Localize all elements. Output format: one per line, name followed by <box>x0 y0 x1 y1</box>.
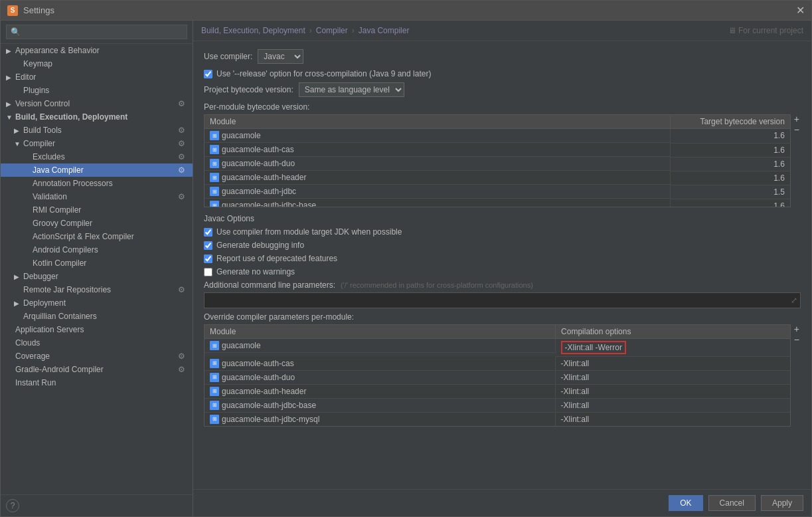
use-compiler-label: Use compiler: <box>204 52 252 61</box>
use-module-target-checkbox[interactable] <box>204 228 212 237</box>
app-icon: S <box>7 5 18 16</box>
use-module-target-row: Use compiler from module target JDK when… <box>204 227 801 237</box>
sidebar-item-compiler[interactable]: ▼ Compiler ⚙ <box>1 137 193 150</box>
gear-icon: ⚙ <box>178 285 187 294</box>
remove-override-button[interactable]: − <box>793 335 801 344</box>
sidebar-item-label: Validation <box>33 192 178 201</box>
module-icon: ⊞ <box>210 387 219 396</box>
table-row: ⊞ guacamole-auth-jdbc-base -Xlint:all <box>204 399 790 413</box>
sidebar-item-label: Coverage <box>15 352 178 361</box>
sidebar-item-build-tools[interactable]: ▶ Build Tools ⚙ <box>1 124 193 137</box>
sidebar-item-editor[interactable]: ▶ Editor <box>1 70 193 84</box>
sidebar-item-app-servers[interactable]: Application Servers <box>1 323 193 336</box>
sidebar-item-label: Java Compiler <box>33 165 178 175</box>
additional-cmd-label: Additional command line parameters: <box>204 280 335 290</box>
module-icon: ⊞ <box>210 415 219 424</box>
compiler-select[interactable]: JavacEclipseAjc <box>258 49 303 64</box>
gear-icon: ⚙ <box>178 352 187 361</box>
sidebar-item-arquillian[interactable]: Arquillian Containers <box>1 310 193 323</box>
sidebar-item-clouds[interactable]: Clouds <box>1 336 193 350</box>
search-input[interactable] <box>6 25 187 39</box>
sidebar-item-label: Application Servers <box>15 325 187 334</box>
table-row: ⊞ guacamole-auth-jdbc-base 1.6 <box>204 199 790 207</box>
sidebar-item-label: Deployment <box>23 298 187 308</box>
add-override-button[interactable]: + <box>793 324 801 334</box>
sidebar-item-version-control[interactable]: ▶ Version Control ⚙ <box>1 97 193 110</box>
version-col-header: Target bytecode version <box>671 115 790 129</box>
for-current-project: 🖥 For current project <box>728 26 803 35</box>
bottom-bar: OK Cancel Apply <box>193 489 811 516</box>
sidebar-item-appearance[interactable]: ▶ Appearance & Behavior <box>1 44 193 57</box>
compiler-select-wrap[interactable]: JavacEclipseAjc <box>258 49 303 64</box>
bytecode-version-select[interactable]: Same as language level <box>299 82 404 97</box>
override-cell-options: -Xlint:all -Werror <box>556 339 790 357</box>
settings-window: S Settings ✕ ▶ Appearance & Behavior Key… <box>0 0 812 517</box>
sidebar-item-gradle-android[interactable]: Gradle-Android Compiler ⚙ <box>1 363 193 376</box>
override-table-buttons: + − <box>793 324 801 344</box>
table-cell-module: ⊞ guacamole-auth-jdbc <box>204 185 671 199</box>
sidebar-item-build-execution[interactable]: ▼ Build, Execution, Deployment <box>1 110 193 124</box>
bytecode-version-select-wrap[interactable]: Same as language level <box>299 82 404 97</box>
help-icon[interactable]: ? <box>6 499 19 512</box>
sidebar-item-debugger[interactable]: ▶ Debugger <box>1 270 193 283</box>
release-option-checkbox[interactable] <box>204 70 212 78</box>
sidebar-item-rmi-compiler[interactable]: RMI Compiler <box>1 203 193 217</box>
release-option-label: Use '--release' option for cross-compila… <box>216 69 431 78</box>
sidebar-item-remote-jar[interactable]: Remote Jar Repositories ⚙ <box>1 283 193 296</box>
use-module-target-label: Use compiler from module target JDK when… <box>216 227 402 237</box>
remove-module-button[interactable]: − <box>793 125 801 134</box>
sidebar-item-label: Keymap <box>23 59 187 68</box>
override-cell-module: ⊞ guacamole-auth-duo <box>204 371 556 385</box>
sidebar-item-label: Debugger <box>23 272 187 281</box>
table-cell-version: 1.6 <box>671 157 790 171</box>
generate-debug-checkbox[interactable] <box>204 241 212 250</box>
sidebar-item-label: Editor <box>15 72 187 82</box>
override-cell-options: -Xlint:all <box>556 385 790 399</box>
table-cell-version: 1.6 <box>671 129 790 144</box>
sidebar-item-coverage[interactable]: Coverage ⚙ <box>1 350 193 363</box>
search-bar[interactable] <box>1 21 193 44</box>
sidebar-item-validation[interactable]: Validation ⚙ <box>1 190 193 203</box>
report-deprecated-checkbox[interactable] <box>204 255 212 263</box>
override-options-header: Compilation options <box>556 325 790 339</box>
window-title: Settings <box>23 5 54 15</box>
close-button[interactable]: ✕ <box>796 5 805 16</box>
override-table: Module Compilation options ⊞ guacamole <box>204 325 790 426</box>
module-icon: ⊞ <box>210 145 219 154</box>
expand-icon[interactable]: ⤢ <box>788 294 800 306</box>
ok-button[interactable]: OK <box>669 495 702 511</box>
generate-no-warnings-label: Generate no warnings <box>216 267 295 276</box>
sidebar-item-instant-run[interactable]: Instant Run <box>1 376 193 389</box>
sidebar-item-groovy-compiler[interactable]: Groovy Compiler <box>1 217 193 230</box>
module-icon: ⊞ <box>210 201 219 207</box>
javac-options-title: Javac Options <box>204 214 801 223</box>
expand-arrow: ▶ <box>14 127 23 134</box>
sidebar-item-android-compilers[interactable]: Android Compilers <box>1 243 193 257</box>
sidebar-item-plugins[interactable]: Plugins <box>1 84 193 97</box>
sidebar-item-keymap[interactable]: Keymap <box>1 57 193 70</box>
table-row: ⊞ guacamole-auth-jdbc 1.5 <box>204 185 790 199</box>
add-module-button[interactable]: + <box>793 114 801 124</box>
settings-content: Use compiler: JavacEclipseAjc Use '--rel… <box>193 41 811 489</box>
sidebar-item-annotation-processors[interactable]: Annotation Processors <box>1 177 193 190</box>
sidebar-item-actionscript-compiler[interactable]: ActionScript & Flex Compiler <box>1 230 193 243</box>
sidebar-item-deployment[interactable]: ▶ Deployment <box>1 296 193 310</box>
sidebar-item-label: Build Tools <box>23 126 178 135</box>
generate-no-warnings-checkbox[interactable] <box>204 268 212 276</box>
sidebar-item-kotlin-compiler[interactable]: Kotlin Compiler <box>1 257 193 270</box>
module-icon: ⊞ <box>210 373 219 382</box>
override-label: Override compiler parameters per-module: <box>204 312 801 322</box>
gear-icon: ⚙ <box>178 192 187 201</box>
sidebar-item-java-compiler[interactable]: Java Compiler ⚙ <box>1 163 193 177</box>
expand-arrow: ▶ <box>6 47 15 54</box>
sidebar-item-label: Version Control <box>15 99 178 108</box>
additional-cmd-input[interactable] <box>204 293 788 308</box>
override-header-row: Module Compilation options <box>204 325 790 339</box>
sidebar-item-excludes[interactable]: Excludes ⚙ <box>1 150 193 163</box>
cancel-button[interactable]: Cancel <box>708 495 756 511</box>
additional-cmd-input-wrap[interactable]: ⤢ <box>204 292 801 308</box>
apply-button[interactable]: Apply <box>761 495 803 511</box>
override-cell-options: -Xlint:all <box>556 399 790 413</box>
table-row: ⊞ guacamole-auth-cas -Xlint:all <box>204 357 790 371</box>
report-deprecated-label: Report use of deprecated features <box>216 254 337 263</box>
